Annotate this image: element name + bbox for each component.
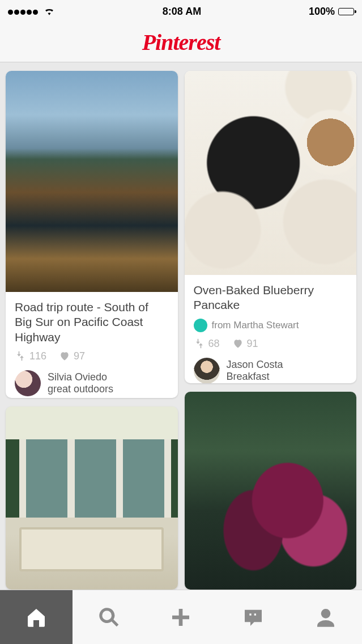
user-board: Breakfast xyxy=(227,371,283,383)
status-right: 100% xyxy=(309,6,354,18)
status-time: 8:08 AM xyxy=(163,6,201,18)
pin-stats: 116 97 xyxy=(15,350,169,362)
pin-source[interactable]: from Martha Stewart xyxy=(194,319,348,332)
app-header: Pinterest xyxy=(0,23,362,62)
tab-bar xyxy=(0,590,362,644)
pin-stats: 68 91 xyxy=(194,338,348,350)
wifi-icon xyxy=(44,7,55,15)
pin-card[interactable] xyxy=(185,392,357,590)
user-name: Jason Costa xyxy=(227,359,283,371)
heart-icon xyxy=(232,338,244,349)
repin-count: 116 xyxy=(29,350,46,362)
feed-column-left: Road trip route - South of Big Sur on Pa… xyxy=(6,71,178,590)
user-board: great outdoors xyxy=(48,383,113,395)
repin-stat: 116 xyxy=(15,350,46,362)
like-stat: 97 xyxy=(59,350,85,362)
person-icon xyxy=(314,606,337,629)
pin-user[interactable]: Silvia Oviedo great outdoors xyxy=(15,370,169,396)
like-stat: 91 xyxy=(232,338,258,350)
cell-signal-icon xyxy=(8,6,39,18)
user-text: Jason Costa Breakfast xyxy=(227,359,283,383)
pin-card[interactable] xyxy=(6,406,178,590)
pin-image[interactable] xyxy=(6,71,178,292)
tab-add[interactable] xyxy=(145,590,218,644)
home-icon xyxy=(25,606,48,629)
source-text: from Martha Stewart xyxy=(212,320,299,331)
pin-user[interactable]: Jason Costa Breakfast xyxy=(194,358,348,383)
battery-icon xyxy=(338,8,354,15)
pin-body: Oven-Baked Blueberry Pancake from Martha… xyxy=(185,275,357,383)
status-left xyxy=(8,6,55,18)
user-name: Silvia Oviedo xyxy=(48,371,113,383)
pin-image[interactable] xyxy=(185,71,357,275)
like-count: 91 xyxy=(247,338,258,350)
pin-title: Oven-Baked Blueberry Pancake xyxy=(194,283,348,313)
tab-activity[interactable] xyxy=(217,590,289,644)
tab-search[interactable] xyxy=(73,590,145,644)
search-icon xyxy=(97,606,120,629)
source-badge-icon xyxy=(194,319,207,332)
avatar[interactable] xyxy=(15,370,41,396)
repin-stat: 68 xyxy=(194,338,220,350)
pin-title: Road trip route - South of Big Sur on Pa… xyxy=(15,300,169,345)
pinterest-logo: Pinterest xyxy=(142,29,220,56)
pin-card[interactable]: Road trip route - South of Big Sur on Pa… xyxy=(6,71,178,398)
repin-icon xyxy=(15,350,26,362)
tab-profile[interactable] xyxy=(289,590,362,644)
tab-home[interactable] xyxy=(0,590,73,644)
heart-icon xyxy=(59,350,70,362)
user-text: Silvia Oviedo great outdoors xyxy=(48,371,113,395)
repin-icon xyxy=(194,338,205,349)
feed-column-right: Oven-Baked Blueberry Pancake from Martha… xyxy=(185,71,357,590)
like-count: 97 xyxy=(74,350,85,362)
avatar[interactable] xyxy=(194,358,220,383)
battery-percent: 100% xyxy=(309,6,335,18)
chat-pin-icon xyxy=(242,606,265,629)
status-bar: 8:08 AM 100% xyxy=(0,0,362,23)
repin-count: 68 xyxy=(208,338,220,350)
plus-icon xyxy=(169,606,192,629)
pin-body: Road trip route - South of Big Sur on Pa… xyxy=(6,292,178,398)
feed[interactable]: Road trip route - South of Big Sur on Pa… xyxy=(0,62,362,590)
pin-card[interactable]: Oven-Baked Blueberry Pancake from Martha… xyxy=(185,71,357,383)
